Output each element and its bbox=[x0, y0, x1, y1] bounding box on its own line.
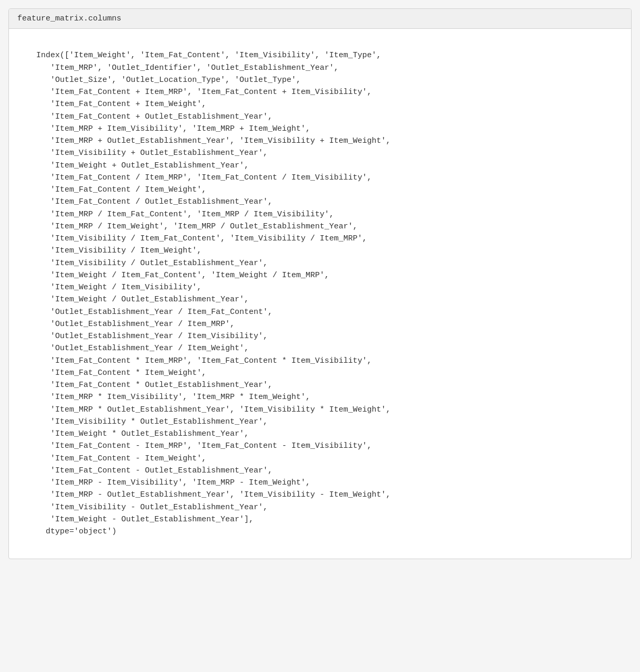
code-content: Index(['Item_Weight', 'Item_Fat_Content'… bbox=[17, 51, 391, 536]
code-header: feature_matrix.columns bbox=[9, 9, 631, 29]
code-body: Index(['Item_Weight', 'Item_Fat_Content'… bbox=[9, 29, 631, 559]
header-label: feature_matrix.columns bbox=[17, 14, 121, 23]
code-block: feature_matrix.columns Index(['Item_Weig… bbox=[8, 8, 632, 559]
